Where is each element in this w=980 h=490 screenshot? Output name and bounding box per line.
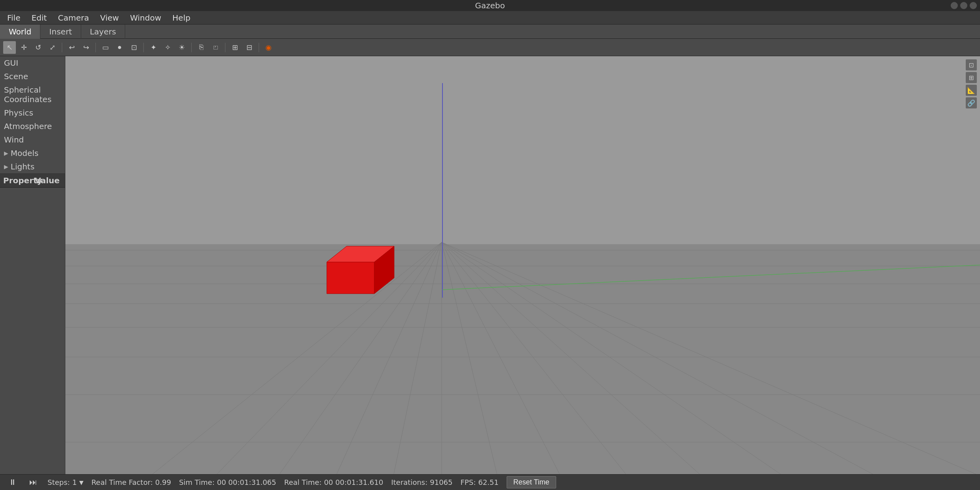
sidebar-item-scene-label: Scene — [4, 72, 28, 81]
sidebar-item-wind[interactable]: Wind — [0, 133, 65, 146]
sphere-shape-button[interactable]: ● — [113, 41, 126, 54]
iterations-item: Iterations: 91065 — [391, 478, 452, 486]
tab-layers[interactable]: Layers — [81, 25, 125, 39]
svg-rect-1 — [65, 244, 980, 474]
viewport-icon-2[interactable]: ⊞ — [966, 72, 977, 83]
menu-help[interactable]: Help — [168, 11, 195, 24]
spot-light-button[interactable]: ✧ — [161, 41, 174, 54]
sidebar-item-physics[interactable]: Physics — [0, 106, 65, 120]
separator-4 — [191, 43, 192, 52]
models-arrow-icon: ▶ — [4, 150, 8, 156]
titlebar: Gazebo — [0, 0, 980, 11]
tab-insert[interactable]: Insert — [40, 25, 81, 39]
sim-time-value: 00 00:01:31.065 — [217, 478, 276, 486]
redo-button[interactable]: ↪ — [80, 41, 92, 54]
reset-time-button[interactable]: Reset Time — [507, 476, 556, 488]
viewport-icon-4[interactable]: 🔗 — [966, 97, 977, 108]
separator-1 — [62, 43, 62, 52]
scale-mode-button[interactable]: ⤢ — [46, 41, 59, 54]
menu-file[interactable]: File — [2, 11, 25, 24]
copy-button[interactable]: ⎘ — [195, 41, 208, 54]
maximize-btn[interactable] — [960, 2, 967, 9]
viewport-icon-panel: ⊡ ⊞ 📐 🔗 — [966, 59, 977, 108]
sidebar-item-models[interactable]: ▶ Models — [0, 146, 65, 160]
fps-item: FPS: 62.51 — [461, 478, 499, 486]
sidebar-item-spherical-coordinates[interactable]: Spherical Coordinates — [0, 83, 65, 106]
statusbar: ⏸ ⏭ Steps: 1 ▼ Real Time Factor: 0.99 Si… — [0, 474, 980, 490]
align-button[interactable]: ⊞ — [229, 41, 241, 54]
fps-label: FPS: — [461, 478, 476, 486]
menu-camera[interactable]: Camera — [53, 11, 94, 24]
sidebar-item-gui-label: GUI — [4, 58, 18, 68]
close-btn[interactable] — [970, 2, 977, 9]
undo-button[interactable]: ↩ — [65, 41, 78, 54]
app-title: Gazebo — [475, 1, 505, 10]
sidebar-item-models-label: Models — [11, 148, 38, 158]
sidebar-item-scene[interactable]: Scene — [0, 70, 65, 83]
property-col-property: Property — [0, 174, 32, 187]
step-button[interactable]: ⏭ — [27, 476, 40, 489]
sidebar-item-physics-label: Physics — [4, 108, 33, 118]
sim-time-label: Sim Time: — [179, 478, 215, 486]
property-col-value: Value — [32, 174, 63, 187]
viewport-icon-1[interactable]: ⊡ — [966, 59, 977, 70]
menubar: File Edit Camera View Window Help — [0, 11, 980, 25]
snap-button[interactable]: ⊟ — [243, 41, 255, 54]
tabbar: World Insert Layers — [0, 25, 980, 39]
sim-time-item: Sim Time: 00 00:01:31.065 — [179, 478, 276, 486]
select-mode-button[interactable]: ↖ — [3, 41, 16, 54]
svg-rect-0 — [65, 56, 980, 244]
steps-label: Steps: — [48, 478, 70, 486]
steps-value: 1 — [72, 478, 76, 486]
separator-6 — [259, 43, 259, 52]
directional-light-button[interactable]: ☀ — [175, 41, 188, 54]
sidebar-item-wind-label: Wind — [4, 135, 24, 144]
property-header: Property Value — [0, 174, 65, 188]
sidebar-item-lights[interactable]: ▶ Lights — [0, 160, 65, 173]
sidebar-item-gui[interactable]: GUI — [0, 56, 65, 70]
pause-button[interactable]: ⏸ — [6, 476, 19, 489]
cylinder-shape-button[interactable]: ⊡ — [128, 41, 140, 54]
rotate-mode-button[interactable]: ↺ — [32, 41, 44, 54]
sidebar-item-lights-label: Lights — [11, 162, 34, 171]
real-time-label: Real Time: — [284, 478, 322, 486]
red-box[interactable] — [311, 230, 410, 311]
main-area: GUI Scene Spherical Coordinates Physics … — [0, 56, 980, 474]
svg-marker-25 — [327, 262, 374, 294]
menu-view[interactable]: View — [95, 11, 124, 24]
iterations-label: Iterations: — [391, 478, 427, 486]
menu-window[interactable]: Window — [125, 11, 166, 24]
window-controls — [951, 2, 977, 9]
realtime-factor-value: 0.99 — [155, 478, 171, 486]
fps-value: 62.51 — [478, 478, 499, 486]
minimize-btn[interactable] — [951, 2, 958, 9]
steps-item: Steps: 1 ▼ — [48, 478, 84, 486]
sidebar: GUI Scene Spherical Coordinates Physics … — [0, 56, 65, 474]
translate-mode-button[interactable]: ✛ — [17, 41, 30, 54]
paste-button[interactable]: ⏍ — [209, 41, 222, 54]
real-time-item: Real Time: 00 00:01:31.610 — [284, 478, 383, 486]
separator-3 — [143, 43, 144, 52]
separator-2 — [95, 43, 96, 52]
red-box-svg — [311, 230, 410, 310]
step-down-icon[interactable]: ▼ — [79, 479, 84, 486]
3d-viewport[interactable]: ⊡ ⊞ 📐 🔗 — [65, 56, 980, 474]
point-light-button[interactable]: ✦ — [147, 41, 160, 54]
property-panel: Property Value — [0, 173, 65, 474]
real-time-value: 00 00:01:31.610 — [324, 478, 383, 486]
tab-world[interactable]: World — [0, 25, 40, 39]
box-shape-button[interactable]: ▭ — [99, 41, 112, 54]
realtime-factor-label: Real Time Factor: — [92, 478, 153, 486]
record-button[interactable]: ◉ — [262, 41, 275, 54]
menu-edit[interactable]: Edit — [27, 11, 51, 24]
grid-svg — [65, 56, 980, 474]
realtime-factor-item: Real Time Factor: 0.99 — [92, 478, 171, 486]
toolbar: ↖ ✛ ↺ ⤢ ↩ ↪ ▭ ● ⊡ ✦ ✧ ☀ ⎘ ⏍ ⊞ ⊟ ◉ — [0, 39, 980, 56]
viewport-icon-3[interactable]: 📐 — [966, 85, 977, 96]
iterations-value: 91065 — [430, 478, 452, 486]
sidebar-item-atmosphere[interactable]: Atmosphere — [0, 120, 65, 133]
lights-arrow-icon: ▶ — [4, 163, 8, 170]
sidebar-item-atmosphere-label: Atmosphere — [4, 122, 52, 131]
separator-5 — [225, 43, 225, 52]
sidebar-item-spherical-label: Spherical Coordinates — [4, 85, 61, 104]
